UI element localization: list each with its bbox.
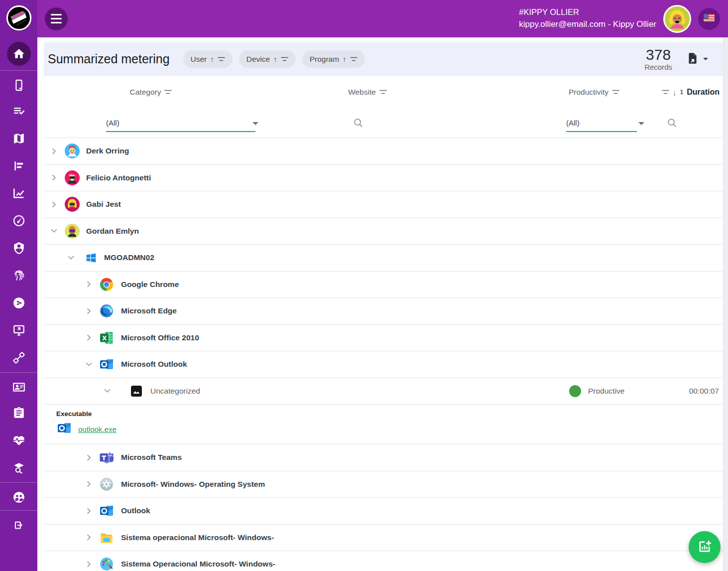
chevron-down-icon[interactable] <box>638 122 644 125</box>
sidebar-item-logout[interactable] <box>0 511 37 538</box>
category-filter-select[interactable]: (All) <box>106 114 255 132</box>
program-row[interactable]: Microsoft Outlook <box>44 351 723 378</box>
executable-detail-panel: Executableoutlook.exe <box>44 405 723 444</box>
sidebar-item-clipboard[interactable] <box>0 400 37 428</box>
chevron-right-icon[interactable] <box>83 532 95 544</box>
chevron-down-icon[interactable] <box>48 225 60 237</box>
clipboard-icon <box>12 407 25 422</box>
sidebar-item-fingerprint[interactable] <box>0 263 37 290</box>
cable-icon <box>12 351 25 366</box>
program-row[interactable]: Microsoft Edge <box>44 298 723 325</box>
chip-label: Device <box>246 55 270 64</box>
sidebar-item-people[interactable] <box>0 483 37 510</box>
category-row[interactable]: UncategorizedProductive00:00:07 <box>44 378 723 405</box>
column-header-category[interactable]: Category <box>109 76 193 109</box>
sidebar-item-heart-pulse[interactable] <box>0 428 37 455</box>
sidebar-item-send[interactable] <box>0 290 37 317</box>
chevron-down-icon[interactable] <box>252 122 258 125</box>
language-flag-button[interactable] <box>698 8 720 30</box>
export-dropdown-caret[interactable] <box>703 58 708 60</box>
program-row[interactable]: Outlook <box>44 498 723 525</box>
user-row[interactable]: Gabi Jest <box>44 191 723 218</box>
sort-desc-icon[interactable]: ↓ <box>673 88 677 97</box>
row-name: Microsoft- Windows- Operating System <box>121 480 265 489</box>
avatar-derk <box>65 143 80 158</box>
filter-icon[interactable] <box>612 88 619 97</box>
fingerprint-icon <box>12 269 25 284</box>
program-row[interactable]: Microsoft Office 2010 <box>44 325 723 352</box>
sidebar-item-bar-chart[interactable] <box>0 153 37 180</box>
hamburger-menu-button[interactable] <box>45 7 68 30</box>
sidebar-item-device[interactable] <box>0 71 37 98</box>
add-chart-fab-button[interactable] <box>689 531 721 563</box>
sidebar-item-gauge[interactable] <box>0 208 37 235</box>
paint-icon <box>99 556 115 571</box>
column-header-productivity[interactable]: Productivity <box>547 76 641 109</box>
chevron-right-icon[interactable] <box>83 279 95 290</box>
group-chip-program[interactable]: Program↑ <box>302 50 365 68</box>
user-row[interactable]: Felicio Antognetti <box>44 165 723 192</box>
avatar[interactable] <box>663 5 691 33</box>
sidebar-item-map[interactable] <box>0 126 37 153</box>
row-name: Uncategorized <box>150 387 200 396</box>
sidebar-item-playlist-check[interactable] <box>0 98 37 126</box>
chevron-right-icon[interactable] <box>83 505 95 517</box>
chevron-right-icon[interactable] <box>83 305 95 317</box>
chevron-right-icon[interactable] <box>83 451 95 463</box>
productivity-status-dot <box>569 385 581 397</box>
scrollbar[interactable] <box>723 37 728 571</box>
sidebar-item-line-chart[interactable] <box>0 180 37 208</box>
folder-icon <box>99 530 115 546</box>
duration-cell: 00:00:07 <box>689 378 719 405</box>
sidebar-item-remote-desktop[interactable] <box>0 317 37 345</box>
send-icon <box>12 296 25 311</box>
bar-chart-icon <box>12 159 25 174</box>
device-row[interactable]: MGOADMN02 <box>44 245 723 272</box>
chevron-right-icon[interactable] <box>83 332 95 344</box>
row-name: Microsoft Outlook <box>121 360 187 369</box>
avatar-gordan <box>65 224 80 239</box>
program-row[interactable]: Sistema operacional Microsoft- Windows- <box>44 525 723 552</box>
group-chip-user[interactable]: User↑ <box>183 50 233 68</box>
filter-icon <box>281 55 288 64</box>
chevron-down-icon[interactable] <box>83 358 95 370</box>
column-header-website[interactable]: Website <box>323 76 412 109</box>
chevron-down-icon[interactable] <box>101 385 113 397</box>
records-label: Records <box>644 63 672 71</box>
map-icon <box>12 132 25 147</box>
logout-icon <box>12 519 25 534</box>
filter-icon[interactable] <box>164 88 172 97</box>
program-row[interactable]: Microsoft- Windows- Operating System <box>44 471 723 498</box>
user-row[interactable]: Gordan Emlyn <box>44 218 723 245</box>
sidebar-item-search-learning[interactable] <box>0 455 37 482</box>
program-row[interactable]: Google Chrome <box>44 272 723 298</box>
productivity-filter-select[interactable]: (All) <box>566 114 637 132</box>
sort-asc-icon: ↑ <box>273 55 277 63</box>
chevron-right-icon[interactable] <box>48 198 60 210</box>
productivity-filter-value: (All) <box>566 119 580 127</box>
duration-search-button[interactable] <box>666 117 678 130</box>
chevron-right-icon[interactable] <box>83 558 95 570</box>
executable-link[interactable]: outlook.exe <box>78 425 117 433</box>
chevron-down-icon[interactable] <box>65 252 77 264</box>
chevron-right-icon[interactable] <box>48 172 60 184</box>
chevron-right-icon[interactable] <box>48 145 60 157</box>
export-button[interactable] <box>686 52 708 67</box>
app-logo[interactable] <box>0 0 37 37</box>
sidebar-item-home[interactable] <box>0 37 37 70</box>
filter-icon <box>218 55 225 64</box>
filter-icon[interactable] <box>379 88 387 97</box>
program-row[interactable]: Sistema Operacional Microsoft- Windows- <box>44 551 723 571</box>
column-label-category: Category <box>130 88 161 97</box>
remote-desktop-icon <box>12 324 25 339</box>
website-search-button[interactable] <box>353 117 364 130</box>
sidebar-item-shield-user[interactable] <box>0 235 37 263</box>
program-row[interactable]: Microsoft Teams <box>44 444 723 471</box>
chevron-right-icon[interactable] <box>83 478 95 490</box>
column-header-duration[interactable]: ↓ 1 Duration <box>662 76 720 109</box>
user-row[interactable]: Derk Orring <box>44 138 723 165</box>
sidebar-item-id-card[interactable] <box>0 373 37 400</box>
filter-icon[interactable] <box>662 88 669 97</box>
group-chip-device[interactable]: Device↑ <box>239 50 296 68</box>
sidebar-item-cable[interactable] <box>0 345 37 372</box>
